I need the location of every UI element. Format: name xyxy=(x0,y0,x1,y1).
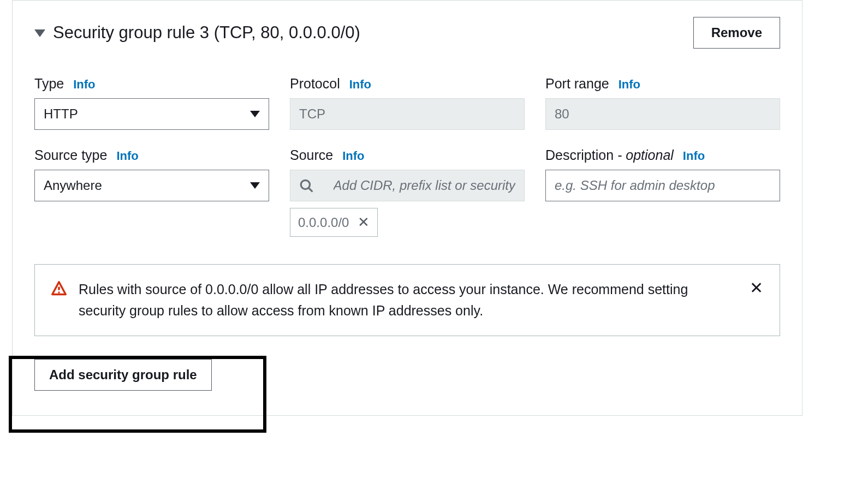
svg-point-3 xyxy=(58,291,60,294)
chevron-down-icon xyxy=(250,111,260,117)
info-link-type[interactable]: Info xyxy=(73,77,95,91)
rule-header-left: Security group rule 3 (TCP, 80, 0.0.0.0/… xyxy=(34,23,360,43)
security-group-rule-panel: Security group rule 3 (TCP, 80, 0.0.0.0/… xyxy=(12,0,802,416)
alert-text: Rules with source of 0.0.0.0/0 allow all… xyxy=(79,279,738,321)
source-placeholder: Add CIDR, prefix list or security xyxy=(334,178,515,193)
warning-alert: Rules with source of 0.0.0.0/0 allow all… xyxy=(34,264,780,336)
remove-button[interactable]: Remove xyxy=(693,17,780,49)
label-protocol: Protocol Info xyxy=(290,76,525,92)
label-source-type: Source type Info xyxy=(34,147,269,163)
description-input[interactable] xyxy=(545,170,780,201)
remove-token-icon[interactable]: ✕ xyxy=(358,214,370,231)
field-description: Description - optional Info xyxy=(545,147,780,237)
info-link-description[interactable]: Info xyxy=(683,149,705,163)
info-link-source-type[interactable]: Info xyxy=(116,149,138,163)
protocol-value: TCP xyxy=(299,106,325,122)
label-source: Source Info xyxy=(290,147,525,163)
rule-title: Security group rule 3 (TCP, 80, 0.0.0.0/… xyxy=(53,23,360,43)
label-port-range-text: Port range xyxy=(545,76,609,91)
rule-fields: Type Info HTTP Protocol Info TCP Port ra… xyxy=(13,49,802,237)
label-type-text: Type xyxy=(34,76,64,91)
svg-line-1 xyxy=(309,188,313,192)
label-source-text: Source xyxy=(290,147,333,163)
source-column: Add CIDR, prefix list or security 0.0.0.… xyxy=(290,170,525,237)
label-optional: - optional xyxy=(617,147,674,163)
field-protocol: Protocol Info TCP xyxy=(290,76,525,130)
field-source-type: Source type Info Anywhere xyxy=(34,147,269,237)
label-protocol-text: Protocol xyxy=(290,76,340,91)
field-source: Source Info Add CIDR, prefix list or sec… xyxy=(290,147,525,237)
svg-point-0 xyxy=(301,180,310,189)
collapse-icon[interactable] xyxy=(34,29,45,37)
port-range-value: 80 xyxy=(555,106,569,122)
add-security-group-rule-button[interactable]: Add security group rule xyxy=(34,359,212,391)
source-type-select[interactable]: Anywhere xyxy=(34,170,269,201)
field-port-range: Port range Info 80 xyxy=(545,76,780,130)
search-icon xyxy=(299,178,313,193)
source-type-value: Anywhere xyxy=(44,178,102,193)
info-link-source[interactable]: Info xyxy=(342,149,364,163)
source-search-input[interactable]: Add CIDR, prefix list or security xyxy=(290,170,525,201)
type-select-value: HTTP xyxy=(44,106,78,122)
info-link-port-range[interactable]: Info xyxy=(619,77,640,91)
port-range-input: 80 xyxy=(545,98,780,130)
type-select[interactable]: HTTP xyxy=(34,98,269,130)
field-type: Type Info HTTP xyxy=(34,76,269,130)
chevron-down-icon xyxy=(250,182,260,189)
protocol-input: TCP xyxy=(290,98,525,130)
label-source-type-text: Source type xyxy=(34,147,107,163)
info-link-protocol[interactable]: Info xyxy=(349,77,371,91)
label-description: Description - optional Info xyxy=(545,147,780,163)
close-icon[interactable]: ✕ xyxy=(750,280,763,296)
label-port-range: Port range Info xyxy=(545,76,780,92)
warning-icon xyxy=(51,281,67,296)
source-token-text: 0.0.0.0/0 xyxy=(298,215,349,230)
rule-header: Security group rule 3 (TCP, 80, 0.0.0.0/… xyxy=(13,1,802,49)
label-description-text: Description xyxy=(545,147,614,163)
source-token: 0.0.0.0/0 ✕ xyxy=(290,208,378,237)
label-type: Type Info xyxy=(34,76,269,92)
